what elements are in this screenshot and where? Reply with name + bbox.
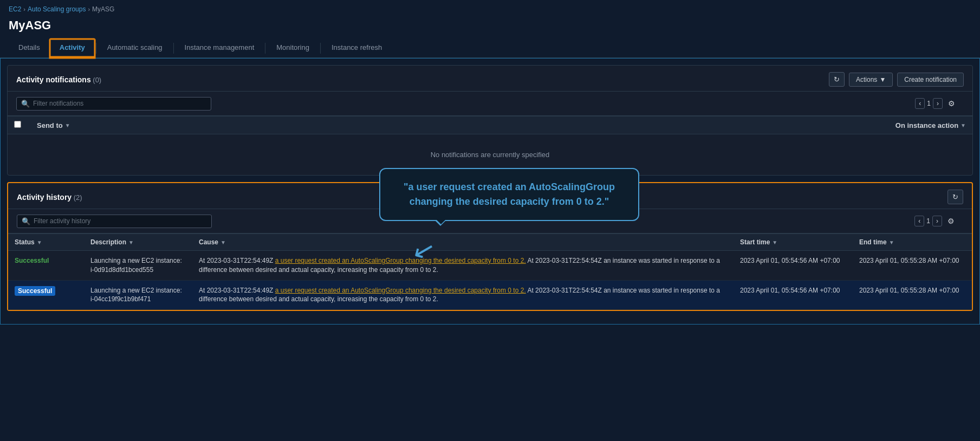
notif-select-all-checkbox[interactable] [14, 121, 21, 128]
history-filter-input[interactable] [34, 217, 207, 225]
history-settings-icon[interactable]: ⚙ [947, 217, 955, 225]
col-end-time-sort: ▼ [889, 239, 894, 245]
history-table: Status ▼ Description ▼ C [8, 234, 972, 310]
row1-status: Successful [15, 257, 49, 264]
row2-description-cell: Launching a new EC2 instance: i-04cc19f9… [84, 280, 192, 310]
col-start-time[interactable]: Start time ▼ [734, 234, 853, 251]
notifications-refresh-button[interactable]: ↻ [829, 72, 845, 87]
breadcrumb: EC2 › Auto Scaling groups › MyASG [0, 0, 980, 16]
col-end-time-label: End time [859, 238, 887, 246]
notifications-header: Activity notifications (0) ↻ Actions ▼ C… [8, 66, 972, 92]
notifications-count: (0) [93, 76, 101, 84]
history-actions: ↻ [947, 190, 963, 204]
tab-automatic-scaling[interactable]: Automatic scaling [98, 39, 172, 58]
notifications-filter-input[interactable] [33, 100, 206, 107]
row1-end-time: 2023 April 01, 05:55:28 AM +07:00 [859, 257, 959, 264]
notifications-filter-bar: 🔍 ‹ 1 › ⚙ [8, 92, 972, 116]
tab-activity[interactable]: Activity [50, 39, 95, 58]
create-notification-label: Create notification [904, 76, 957, 83]
history-header: Activity history (2) ↻ [8, 183, 972, 209]
page-title: MyASG [0, 16, 980, 39]
col-start-time-sort: ▼ [772, 239, 777, 245]
row2-start-time-cell: 2023 April 01, 05:54:56 AM +07:00 [734, 280, 853, 310]
notifications-filter-wrap: 🔍 [16, 97, 211, 111]
row2-cause-link[interactable]: a user request created an AutoScalingGro… [275, 287, 526, 294]
tab-instance-management[interactable]: Instance management [175, 39, 264, 58]
breadcrumb-current: MyASG [92, 5, 114, 13]
notif-col-action-sort: ▼ [960, 122, 966, 128]
tab-monitoring[interactable]: Monitoring [267, 39, 319, 58]
row1-end-time-cell: 2023 April 01, 05:55:28 AM +07:00 [853, 251, 972, 281]
history-title-wrap: Activity history (2) [17, 193, 82, 202]
tab-divider-4 [320, 43, 321, 54]
history-pagination: ‹ 1 › ⚙ [212, 213, 963, 229]
col-cause[interactable]: Cause ▼ [192, 234, 734, 251]
create-notification-button[interactable]: Create notification [897, 73, 964, 87]
notifications-section: Activity notifications (0) ↻ Actions ▼ C… [7, 65, 973, 176]
notifications-page-num: 1 [927, 100, 931, 107]
col-description-label: Description [90, 238, 126, 246]
history-table-wrap: Status ▼ Description ▼ C [8, 234, 972, 310]
table-row[interactable]: Successful Launching a new EC2 instance:… [8, 251, 972, 281]
col-cause-sort: ▼ [220, 239, 226, 245]
notifications-settings-icon[interactable]: ⚙ [948, 99, 955, 108]
history-page-num: 1 [926, 217, 930, 225]
notifications-pagination: ‹ 1 › ⚙ [211, 96, 964, 111]
row2-cause-pre: At 2023-03-31T22:54:49Z [199, 287, 275, 294]
history-section: Activity history (2) ↻ 🔍 ‹ 1 › ⚙ [7, 182, 973, 311]
history-filter-wrap: 🔍 [17, 215, 212, 228]
row2-status: Successful [15, 286, 55, 296]
row2-end-time-cell: 2023 April 01, 05:55:28 AM +07:00 [853, 280, 972, 310]
history-search-icon: 🔍 [22, 217, 30, 225]
col-start-time-label: Start time [740, 238, 770, 246]
notif-col-action[interactable]: On instance action ▼ [505, 121, 966, 129]
row1-cause-link[interactable]: a user request created an AutoScalingGro… [275, 257, 526, 264]
history-prev-btn[interactable]: ‹ [914, 216, 924, 226]
row1-description-cell: Launching a new EC2 instance: i-0d91d8df… [84, 251, 192, 281]
main-content: Activity notifications (0) ↻ Actions ▼ C… [0, 58, 980, 325]
row1-cause-cell: At 2023-03-31T22:54:49Z a user request c… [192, 251, 734, 281]
breadcrumb-ec2[interactable]: EC2 [9, 5, 21, 13]
tab-divider-3 [265, 43, 265, 54]
row1-start-time: 2023 April 01, 05:54:56 AM +07:00 [740, 257, 840, 264]
notif-col-action-label: On instance action [895, 121, 958, 129]
breadcrumb-sep2: › [88, 6, 90, 12]
history-count: (2) [74, 193, 82, 202]
history-filter-bar: 🔍 ‹ 1 › ⚙ [8, 209, 972, 234]
table-row[interactable]: Successful Launching a new EC2 instance:… [8, 280, 972, 310]
notifications-prev-btn[interactable]: ‹ [915, 98, 925, 109]
notifications-next-btn[interactable]: › [933, 98, 943, 109]
row1-cause-pre: At 2023-03-31T22:54:49Z [199, 257, 275, 264]
tab-instance-refresh[interactable]: Instance refresh [322, 39, 392, 58]
col-status-sort: ▼ [37, 239, 42, 245]
row1-description: Launching a new EC2 instance: i-0d91d8df… [90, 257, 182, 274]
actions-button[interactable]: Actions ▼ [849, 73, 893, 87]
row2-description: Launching a new EC2 instance: i-04cc19f9… [90, 287, 182, 303]
breadcrumb-sep1: › [23, 6, 25, 12]
history-refresh-button[interactable]: ↻ [947, 190, 963, 204]
col-end-time[interactable]: End time ▼ [853, 234, 972, 251]
col-description[interactable]: Description ▼ [84, 234, 192, 251]
notifications-actions: ↻ Actions ▼ Create notification [829, 72, 964, 87]
col-status-label: Status [15, 238, 35, 246]
tab-details[interactable]: Details [9, 39, 50, 58]
actions-dropdown-icon: ▼ [879, 76, 886, 83]
col-cause-label: Cause [199, 238, 218, 246]
notif-col-send-sort: ▼ [65, 122, 70, 128]
notifications-table-header: Send to ▼ On instance action ▼ [8, 116, 972, 134]
notifications-title: Activity notifications [16, 75, 91, 84]
tab-divider-2 [173, 43, 174, 54]
row2-end-time: 2023 April 01, 05:55:28 AM +07:00 [859, 287, 959, 294]
tab-divider-1 [96, 43, 96, 54]
notif-col-send[interactable]: Send to ▼ [37, 121, 498, 129]
notif-col-send-label: Send to [37, 121, 63, 129]
notifications-empty: No notifications are currently specified [8, 134, 972, 175]
history-title: Activity history [17, 193, 72, 202]
history-next-btn[interactable]: › [932, 216, 942, 226]
col-description-sort: ▼ [128, 239, 134, 245]
row2-start-time: 2023 April 01, 05:54:56 AM +07:00 [740, 287, 840, 294]
breadcrumb-asg[interactable]: Auto Scaling groups [28, 5, 86, 13]
row1-start-time-cell: 2023 April 01, 05:54:56 AM +07:00 [734, 251, 853, 281]
tabs-bar: Details Activity Automatic scaling Insta… [0, 39, 980, 58]
col-status[interactable]: Status ▼ [8, 234, 84, 251]
